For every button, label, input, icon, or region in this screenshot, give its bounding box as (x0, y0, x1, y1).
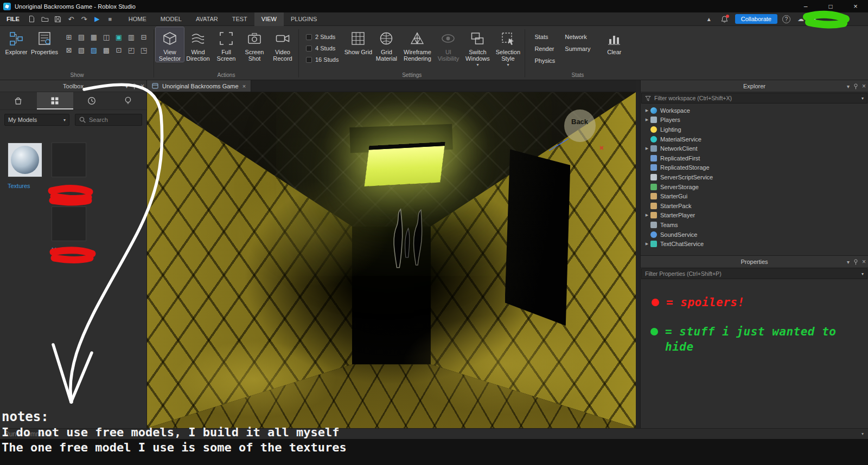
tab-creations[interactable] (110, 92, 147, 109)
tree-item-players[interactable]: ▶Players (641, 115, 868, 125)
tab-model[interactable]: MODEL (154, 12, 189, 26)
tree-item-serverstorage[interactable]: ServerStorage (641, 182, 868, 192)
tree-item-soundservice[interactable]: SoundService (641, 230, 868, 240)
user-avatar[interactable] (827, 14, 865, 24)
summary-toggle[interactable]: Summary (565, 46, 590, 52)
close-tab-icon[interactable]: × (242, 83, 246, 89)
panel-toggle-icon[interactable]: ◳ (138, 44, 150, 56)
expand-arrow-icon[interactable]: ▶ (643, 118, 650, 122)
expand-arrow-icon[interactable]: ▶ (643, 108, 650, 113)
expand-arrow-icon[interactable]: ▶ (643, 146, 650, 151)
wireframe-rendering-button[interactable]: Wireframe Rendering (400, 27, 434, 62)
close-panel-icon[interactable]: × (862, 82, 866, 90)
wind-direction-button[interactable]: Wind Direction (184, 27, 212, 62)
grid-material-button[interactable]: Grid Material (372, 27, 400, 62)
save-icon[interactable] (52, 14, 64, 25)
help-icon[interactable]: ? (782, 15, 790, 23)
properties-filter-input[interactable]: Filter Properties (Ctrl+Shift+P) ▾ (641, 268, 867, 279)
model-thumbnail[interactable] (52, 206, 86, 241)
tree-item-teams[interactable]: Teams (641, 220, 868, 230)
pin-icon[interactable] (132, 83, 137, 89)
tab-marketplace[interactable] (0, 92, 37, 109)
panel-toggle-icon[interactable]: ⊡ (113, 44, 125, 56)
tree-item-materialservice[interactable]: MaterialService (641, 134, 868, 144)
ui-visibility-button[interactable]: UI Visibility (434, 27, 462, 62)
panel-toggle-icon[interactable]: ▩ (100, 44, 112, 56)
new-file-icon[interactable] (26, 14, 38, 25)
selection-style-button[interactable]: Selection Style ▾ (493, 27, 523, 68)
redo-icon[interactable]: ↷ (78, 14, 90, 25)
tab-view[interactable]: VIEW (254, 12, 284, 26)
expand-arrow-icon[interactable]: ▶ (643, 242, 650, 246)
tab-plugins[interactable]: PLUGINS (284, 12, 324, 26)
minimize-button[interactable]: – (793, 0, 818, 12)
collaborate-button[interactable]: Collaborate (735, 14, 777, 24)
search-input[interactable]: Search (75, 114, 142, 126)
studs-option-16[interactable]: 16 Studs (306, 56, 339, 63)
close-button[interactable]: × (843, 0, 868, 12)
tree-item-lighting[interactable]: Lighting (641, 125, 868, 134)
panel-toggle-icon[interactable]: ⊟ (138, 31, 150, 43)
panel-toggle-icon[interactable]: ⊠ (63, 44, 75, 56)
textures-thumbnail[interactable] (8, 143, 42, 177)
share-icon[interactable] (811, 14, 822, 24)
undo-icon[interactable]: ↶ (65, 14, 77, 25)
close-panel-icon[interactable]: × (141, 82, 144, 90)
open-file-icon[interactable] (39, 14, 51, 25)
viewport-3d-scene[interactable]: Back (147, 92, 636, 428)
panel-toggle-icon[interactable]: ◫ (100, 31, 112, 43)
category-dropdown[interactable]: My Models ▾ (4, 114, 69, 126)
panel-menu-icon[interactable]: ▾ (847, 83, 850, 89)
tab-inventory[interactable] (37, 92, 74, 109)
panel-toggle-icon[interactable]: ▨ (88, 44, 100, 56)
panel-toggle-icon[interactable]: ▥ (125, 31, 137, 43)
maximize-button[interactable]: □ (818, 0, 843, 12)
panel-menu-icon[interactable]: ▾ (125, 83, 128, 89)
properties-toggle-button[interactable]: Properties (30, 27, 59, 55)
tree-item-starterplayer[interactable]: ▶StarterPlayer (641, 211, 868, 221)
explorer-filter-input[interactable]: Filter workspace (Ctrl+Shift+X) ▾ (641, 93, 867, 104)
expand-arrow-icon[interactable]: ▶ (643, 213, 650, 217)
tab-test[interactable]: TEST (225, 12, 254, 26)
toolbox-item-kit[interactable]: M Kit (52, 206, 87, 262)
command-bar-caret-icon[interactable]: ▾ (861, 431, 864, 436)
explorer-toggle-button[interactable]: Explorer (2, 27, 30, 55)
panel-menu-icon[interactable]: ▾ (847, 259, 850, 265)
collapse-ribbon-icon[interactable]: ▴ (704, 14, 714, 24)
switch-windows-button[interactable]: Switch Windows ▾ (462, 27, 493, 68)
pin-icon[interactable] (853, 83, 858, 89)
tree-item-serverscriptservice[interactable]: ServerScriptService (641, 172, 868, 182)
model-thumbnail[interactable] (52, 143, 86, 177)
video-record-button[interactable]: Video Record (269, 27, 297, 62)
tree-item-startergui[interactable]: StarterGui (641, 191, 868, 201)
tree-item-replicatedstorage[interactable]: ReplicatedStorage (641, 163, 868, 173)
tree-item-starterpack[interactable]: StarterPack (641, 201, 868, 211)
tree-item-textchatservice[interactable]: ▶TextChatService (641, 239, 868, 249)
game-document-tab[interactable]: Unoriginal Backrooms Game × (147, 80, 251, 92)
checkbox-icon[interactable] (306, 34, 312, 40)
stats-toggle[interactable]: Stats (534, 34, 555, 40)
panel-toggle-icon[interactable]: ▣ (113, 31, 125, 43)
clear-stats-button[interactable]: Clear (600, 27, 628, 55)
close-panel-icon[interactable]: × (862, 258, 866, 266)
panel-toggle-icon[interactable]: ▧ (75, 44, 87, 56)
checkbox-icon[interactable] (306, 57, 312, 63)
checkbox-icon[interactable] (306, 46, 312, 51)
panel-toggle-icon[interactable]: ▦ (88, 31, 100, 43)
tree-item-replicatedfirst[interactable]: ReplicatedFirst (641, 153, 868, 163)
studs-option-4[interactable]: 4 Studs (306, 45, 339, 51)
panel-toggle-icon[interactable]: ◰ (125, 44, 137, 56)
network-toggle[interactable]: Network (565, 34, 590, 40)
view-selector-button[interactable]: View Selector (156, 27, 184, 62)
studs-option-2[interactable]: 2 Studs (306, 34, 339, 40)
physics-toggle[interactable]: Physics (534, 57, 555, 64)
screen-shot-button[interactable]: Screen Shot (240, 27, 269, 62)
play-button[interactable]: ▶ (91, 14, 103, 25)
panel-toggle-icon[interactable]: ▤ (75, 31, 87, 43)
panel-toggle-icon[interactable]: ⊞ (63, 31, 75, 43)
toolbox-item-textures[interactable]: Textures (8, 143, 43, 190)
toolbox-item-label[interactable]: M Kit (52, 246, 87, 262)
cloud-icon[interactable]: ☁ (795, 14, 806, 24)
toolbox-item-redacted[interactable] (52, 143, 87, 190)
tree-item-workspace[interactable]: ▶Workspace (641, 106, 868, 115)
